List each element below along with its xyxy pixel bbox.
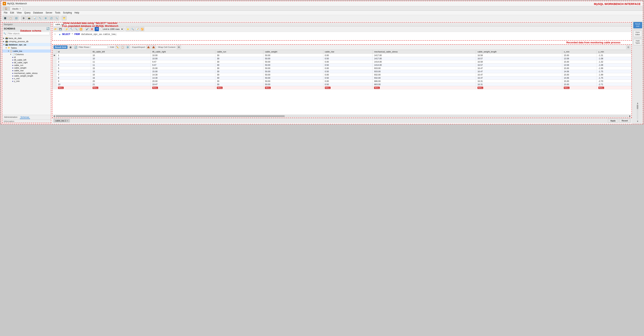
- result-tab-close[interactable]: ✕: [66, 120, 68, 122]
- wordwrap-btn[interactable]: 📝: [135, 27, 140, 31]
- toolbar-btn-7[interactable]: 🔧: [38, 16, 42, 20]
- tree-item-col-tilt-left[interactable]: ◆ tilt_cable_left: [2, 58, 51, 61]
- grid-icon-btn[interactable]: ▦: [68, 45, 72, 49]
- export-btn[interactable]: 📤: [146, 45, 150, 49]
- tree-item-col-wl[interactable]: ◆ cable_weight_length: [2, 74, 51, 77]
- revert-button[interactable]: Revert: [619, 119, 630, 122]
- result-grid-btn[interactable]: Result Grid: [54, 46, 68, 49]
- table-cell: 8: [56, 76, 91, 80]
- toggle-panel-btn[interactable]: ⊡: [626, 45, 630, 49]
- toolbar-btn-11[interactable]: 🗂️: [62, 16, 66, 20]
- toolbar-btn-1[interactable]: 🗄️: [3, 16, 8, 20]
- col-header-id[interactable]: id: [56, 50, 91, 54]
- scroll-right-icon[interactable]: ▶: [629, 115, 631, 117]
- toggle-btn[interactable]: 🔁: [140, 27, 144, 31]
- form-editor-sidebar-btn[interactable]: FormEditor: [633, 30, 642, 37]
- line-indicator: ●: [59, 33, 60, 36]
- row-arrow: [53, 70, 56, 73]
- tree-item-col-ymin[interactable]: ◆ y_min: [2, 80, 51, 82]
- toolbar-btn-4[interactable]: ➕: [21, 16, 26, 20]
- toolbar-btn-9[interactable]: 🔄: [49, 16, 54, 20]
- format-btn[interactable]: ⭐: [126, 27, 130, 31]
- menu-view[interactable]: View: [16, 11, 23, 14]
- tab-close-icon[interactable]: ✕: [20, 8, 21, 10]
- refresh-rows-btn[interactable]: 🔄: [74, 45, 78, 49]
- edit-options-btn[interactable]: ⚙️: [126, 45, 130, 49]
- scroll-down-btn[interactable]: ▼: [636, 120, 639, 122]
- tree-item-col-id[interactable]: ◆ id: [2, 56, 51, 58]
- admin-tab[interactable]: Administration: [4, 116, 18, 119]
- main-tab[interactable]: claudiu ✕: [10, 7, 23, 10]
- row-arrow: [53, 80, 56, 83]
- toolbar-btn-10[interactable]: 🔍: [54, 16, 59, 20]
- commit-btn[interactable]: ✔️: [85, 27, 89, 31]
- col-header-weight[interactable]: cable_weight: [264, 50, 323, 54]
- explain-btn[interactable]: 🔍: [74, 27, 78, 31]
- schemas-refresh-icon[interactable]: 🔄: [46, 27, 50, 30]
- schemas-tab[interactable]: Schemas: [20, 116, 30, 119]
- toolbar-btn-8[interactable]: ⚙️: [43, 16, 48, 20]
- toolbar-btn-5[interactable]: 🗃️: [26, 16, 32, 20]
- save-btn[interactable]: 💾: [58, 27, 62, 31]
- col-header-stress[interactable]: mechanical_cable_stress: [372, 50, 476, 54]
- col-header-wl[interactable]: cable_weight_length: [476, 50, 562, 54]
- tree-item-col-stress[interactable]: ◆ mechanical_cable_stress: [2, 72, 51, 74]
- table-cell: 1417.00: [372, 57, 476, 60]
- menu-file[interactable]: File: [3, 11, 8, 14]
- col-header-tilt-right[interactable]: tilt_cable_right: [151, 50, 215, 54]
- table-cell: -1.08: [597, 64, 632, 67]
- tree-item-col-tilt-right[interactable]: ◆ tilt_cable_right: [2, 61, 51, 64]
- table-cell: 932.00: [372, 76, 476, 80]
- edit-table-btn[interactable]: 📋: [120, 45, 125, 49]
- filter-input[interactable]: [7, 32, 50, 35]
- tree-item-opc[interactable]: ▼ 🗃️ database_opc_ua: [2, 43, 51, 46]
- wrap-cell-btn[interactable]: IA: [177, 45, 181, 49]
- tree-item-col-rise[interactable]: ◆ cable_rise: [2, 69, 51, 72]
- beautify-btn[interactable]: 🔍: [130, 27, 135, 31]
- tree-item-baza[interactable]: ▶ 🗃️ baza_de_date: [2, 36, 51, 40]
- table-cell: 15.00: [151, 67, 215, 70]
- filter-rows-input[interactable]: [91, 46, 108, 49]
- tree-item-col-run[interactable]: ◆ cable_run: [2, 64, 51, 66]
- edit-pencil-btn[interactable]: ✏️: [116, 45, 120, 49]
- toolbar-btn-3[interactable]: ℹ️: [14, 16, 19, 20]
- menu-scripting[interactable]: Scripting: [62, 11, 73, 14]
- home-tab[interactable]: 🏠: [3, 7, 10, 10]
- execute-sel-btn[interactable]: 🔧: [70, 27, 74, 31]
- col-header-rise[interactable]: cable_rise: [323, 50, 372, 54]
- schema-inspect-btn[interactable]: 🔎: [95, 27, 99, 31]
- result-grid-sidebar-btn[interactable]: ResultGrid: [633, 22, 642, 28]
- execute-btn[interactable]: ⚡: [65, 27, 69, 31]
- field-types-sidebar-btn[interactable]: FieldTypes: [633, 39, 642, 45]
- apply-button[interactable]: Apply: [608, 119, 618, 122]
- rollback-btn[interactable]: ❌: [90, 27, 94, 31]
- menu-edit[interactable]: Edit: [9, 11, 15, 14]
- null-cell: NULL: [264, 86, 323, 89]
- open-file-btn[interactable]: 📂: [54, 27, 58, 31]
- col-header-tilt-left[interactable]: tilt_cable_left: [91, 50, 150, 54]
- table-cell: 15.00: [562, 83, 597, 86]
- null-cell: NULL: [323, 86, 372, 89]
- limit-select[interactable]: Limit to 1000 rows Don't Limit Limit to …: [101, 27, 124, 31]
- col-header-run[interactable]: cable_run: [215, 50, 264, 54]
- tree-item-cable-lea[interactable]: ▼ 📋 cable_lea: [2, 50, 51, 53]
- menu-server[interactable]: Server: [44, 11, 54, 14]
- col-header-xmin[interactable]: x_min: [562, 50, 597, 54]
- tree-item-col-weight[interactable]: ◆ cable_weight: [2, 66, 51, 69]
- toolbar-btn-2[interactable]: 📋: [8, 16, 13, 20]
- menu-help[interactable]: Help: [73, 11, 80, 14]
- tree-item-tables[interactable]: ▼ 📁 Tables: [2, 46, 51, 50]
- scroll-up-btn[interactable]: ▲: [636, 102, 639, 104]
- toolbar-btn-6[interactable]: 📊: [32, 16, 37, 20]
- result-tab-item[interactable]: cable_lea 1 ✕: [54, 119, 70, 122]
- tree-item-columns[interactable]: ▼ 📑 Columns: [2, 53, 51, 56]
- scroll-left-icon[interactable]: ◀: [53, 115, 55, 117]
- menu-query[interactable]: Query: [23, 11, 32, 14]
- tree-item-crimping[interactable]: ▶ 🗃️ crimping_process_db: [2, 40, 51, 43]
- tree-item-col-xmin[interactable]: ◆ x_min: [2, 77, 51, 80]
- import-btn[interactable]: 📥: [152, 45, 156, 49]
- menu-database[interactable]: Database: [32, 11, 44, 14]
- stop-btn[interactable]: ⏹️: [79, 27, 83, 31]
- col-header-ymin[interactable]: y_min: [597, 50, 632, 54]
- menu-tools[interactable]: Tools: [54, 11, 62, 14]
